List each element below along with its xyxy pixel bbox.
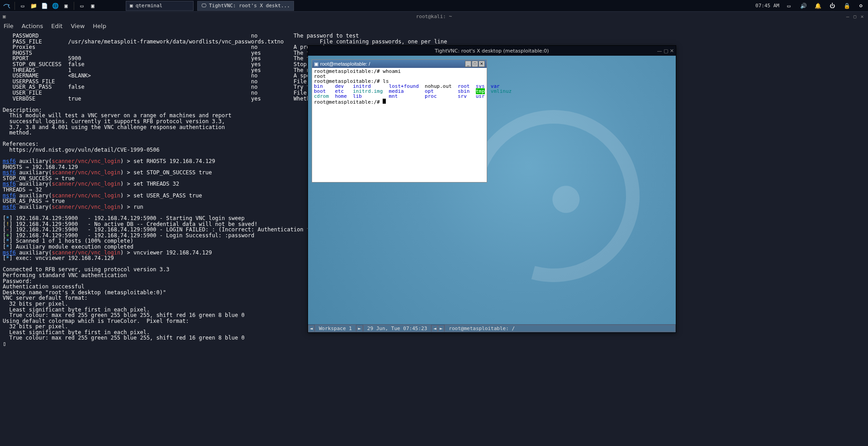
- vnc-desktop[interactable]: ▣ root@metasploitable: / _ □ ✕ root@meta…: [308, 56, 676, 332]
- taskbar-qterminal[interactable]: ▣ qterminal: [126, 1, 194, 11]
- task-prev-button[interactable]: ◄: [432, 325, 438, 332]
- browser-icon[interactable]: 🌐: [50, 1, 60, 11]
- menu-view[interactable]: View: [71, 23, 85, 29]
- xterm-close-button[interactable]: ✕: [479, 61, 485, 67]
- vnc-window-title: TightVNC: root's X desktop (metasploitab…: [435, 48, 549, 54]
- workspace-prev-button[interactable]: ◄: [308, 325, 314, 332]
- task-next-button[interactable]: ►: [438, 325, 444, 332]
- minimize-button[interactable]: —: [844, 14, 851, 19]
- kali-menu-icon[interactable]: [2, 1, 12, 11]
- window-title: root@kali: ~: [416, 14, 452, 19]
- top-panel: ▭ 📁 📄 🌐 ▣ ▭ ▣ ▣ qterminal 🖵 TightVNC: ro…: [0, 0, 868, 12]
- volume-icon[interactable]: 🔊: [798, 1, 808, 11]
- xterm-window: ▣ root@metasploitable: / _ □ ✕ root@meta…: [312, 59, 487, 182]
- menu-edit[interactable]: Edit: [51, 23, 62, 29]
- workspace-indicator[interactable]: Workspace 1: [315, 325, 356, 332]
- maximize-button[interactable]: ▢: [852, 14, 858, 19]
- workspace1-icon[interactable]: ▭: [77, 1, 87, 11]
- vnc-icon: 🖵: [201, 3, 206, 9]
- lock-icon[interactable]: 🔒: [842, 1, 852, 11]
- xterm-titlebar[interactable]: ▣ root@metasploitable: / _ □ ✕: [312, 60, 487, 68]
- files-icon[interactable]: 📁: [28, 1, 38, 11]
- close-button[interactable]: ✕: [859, 14, 865, 19]
- taskbar-clock: 29 Jun, Tue 07:45:23: [363, 325, 431, 332]
- power-icon[interactable]: ⏻: [827, 1, 837, 11]
- workspace-next-button[interactable]: ►: [356, 325, 363, 332]
- terminal-icon[interactable]: ▣: [61, 1, 71, 11]
- vnc-titlebar[interactable]: TightVNC: root's X desktop (metasploitab…: [308, 46, 676, 56]
- menu-help[interactable]: Help: [93, 23, 106, 29]
- menu-file[interactable]: File: [4, 23, 14, 29]
- xterm-icon: ▣: [314, 61, 318, 67]
- show-desktop-icon[interactable]: ▭: [18, 1, 28, 11]
- minimize-button[interactable]: —: [657, 48, 662, 54]
- vnc-taskbar: ◄ Workspace 1 ► 29 Jun, Tue 07:45:23 ◄ ►…: [308, 324, 676, 332]
- taskbar-tightvnc[interactable]: 🖵 TightVNC: root's X deskt...: [197, 1, 294, 11]
- notes-icon[interactable]: 📄: [39, 1, 49, 11]
- maximize-button[interactable]: ▢: [664, 48, 668, 54]
- display-icon[interactable]: ▭: [784, 1, 794, 11]
- menu-actions[interactable]: Actions: [22, 23, 43, 29]
- clock: 07:45 AM: [755, 3, 779, 9]
- terminal-window-icon: ▣: [3, 14, 6, 19]
- xterm-title: root@metasploitable: /: [320, 61, 370, 67]
- xterm-maximize-button[interactable]: □: [472, 61, 478, 67]
- close-button[interactable]: ✕: [670, 48, 674, 54]
- workspace2-icon[interactable]: ▣: [88, 1, 98, 11]
- terminal-titlebar[interactable]: ▣ root@kali: ~ — ▢ ✕: [0, 12, 868, 21]
- xterm-output[interactable]: root@metasploitable:/# whoami root root@…: [312, 68, 487, 106]
- vnc-window: TightVNC: root's X desktop (metasploitab…: [308, 45, 676, 333]
- logout-icon[interactable]: ⭘: [856, 1, 866, 11]
- taskbar-task[interactable]: root@metasploitable: /: [445, 325, 675, 332]
- xterm-minimize-button[interactable]: _: [465, 61, 471, 67]
- notifications-icon[interactable]: 🔔: [813, 1, 823, 11]
- terminal-icon: ▣: [130, 3, 133, 9]
- terminal-menubar: File Actions Edit View Help: [0, 21, 868, 31]
